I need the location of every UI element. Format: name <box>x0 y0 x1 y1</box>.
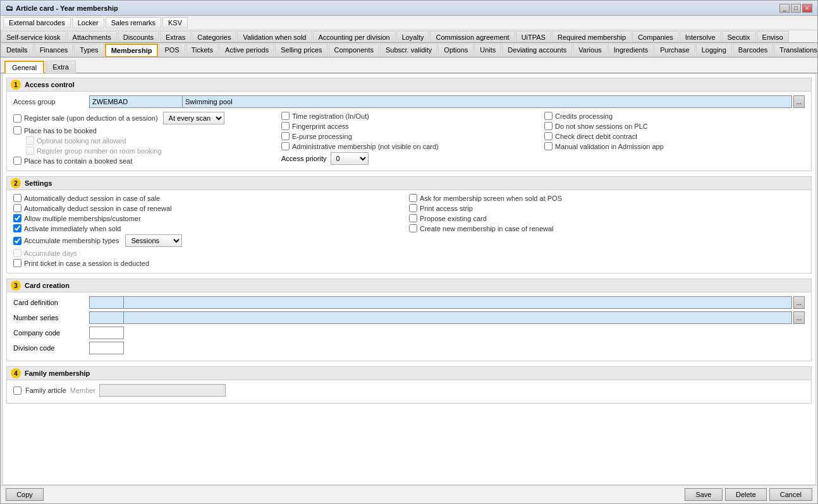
company-code-input[interactable] <box>89 327 124 339</box>
tab-commission-agreement[interactable]: Commission agreement <box>430 31 515 43</box>
auto-deduct-sale-checkbox[interactable] <box>13 194 21 202</box>
accumulate-types-checkbox[interactable] <box>13 237 21 245</box>
tab-options[interactable]: Options <box>438 44 473 57</box>
member-label: Member <box>70 387 95 394</box>
print-access-strip-checkbox[interactable] <box>409 204 417 212</box>
access-priority-dropdown[interactable]: 0 1 2 <box>331 152 369 165</box>
tab-subscr-validity[interactable]: Subscr. validity <box>380 44 437 57</box>
card-definition-name[interactable] <box>124 296 792 309</box>
cancel-button[interactable]: Cancel <box>769 488 812 501</box>
delete-button[interactable]: Delete <box>725 488 767 501</box>
admin-membership-checkbox[interactable] <box>281 142 290 150</box>
number-series-code[interactable] <box>89 311 124 324</box>
window-controls: _ □ ✕ <box>779 4 812 13</box>
tab-attachments[interactable]: Attachments <box>67 31 117 43</box>
ask-membership-screen-checkbox[interactable] <box>409 194 417 202</box>
register-group-row: Register group number on room booking <box>13 147 279 155</box>
manual-validation-checkbox[interactable] <box>544 142 552 150</box>
epurse-checkbox[interactable] <box>281 132 290 140</box>
register-group-checkbox[interactable] <box>26 147 34 155</box>
time-registration-checkbox[interactable] <box>281 112 290 120</box>
tab-translations[interactable]: Translations <box>774 44 817 57</box>
register-sale-checkbox[interactable] <box>13 114 21 123</box>
tab-finances[interactable]: Finances <box>34 44 74 57</box>
tab-tickets[interactable]: Tickets <box>186 44 219 57</box>
close-button[interactable]: ✕ <box>802 4 812 13</box>
family-article-checkbox[interactable] <box>13 387 21 395</box>
restore-button[interactable]: □ <box>791 4 801 13</box>
sales-remarks-button[interactable]: Sales remarks <box>106 17 161 28</box>
register-sale-dropdown[interactable]: At every scan At every sale Never <box>163 112 224 124</box>
sub-tab-row: General Extra <box>1 57 817 73</box>
optional-booking-label: Optional booking not allowed <box>37 137 126 145</box>
tab-loyalty[interactable]: Loyalty <box>396 31 430 43</box>
tab-deviating-accounts[interactable]: Deviating accounts <box>502 44 572 57</box>
sub-tab-extra[interactable]: Extra <box>46 61 76 73</box>
auto-deduct-renewal-checkbox[interactable] <box>13 204 21 212</box>
tab-accounting-per-division[interactable]: Accounting per division <box>313 31 396 43</box>
activate-immediately-checkbox[interactable] <box>13 224 21 232</box>
tab-active-periods[interactable]: Active periods <box>219 44 274 57</box>
fingerprint-checkbox[interactable] <box>281 122 290 130</box>
accumulate-days-checkbox[interactable] <box>13 249 21 257</box>
sub-tab-general[interactable]: General <box>4 61 44 73</box>
tab-enviso[interactable]: Enviso <box>757 31 789 43</box>
check-direct-debit-checkbox[interactable] <box>544 132 552 140</box>
division-code-input[interactable] <box>89 342 124 354</box>
allow-multiple-checkbox[interactable] <box>13 214 21 222</box>
tab-required-membership[interactable]: Required membership <box>552 31 632 43</box>
card-definition-browse-button[interactable]: ... <box>793 296 805 309</box>
save-button[interactable]: Save <box>685 488 723 501</box>
member-input[interactable] <box>99 384 226 397</box>
print-ticket-checkbox[interactable] <box>13 259 21 267</box>
tab-logging[interactable]: Logging <box>696 44 732 57</box>
ksv-button[interactable]: KSV <box>162 17 188 28</box>
tab-validation-when-sold[interactable]: Validation when sold <box>237 31 312 43</box>
external-barcodes-button[interactable]: External barcodes <box>3 17 71 28</box>
section4-body: Family article Member <box>7 380 811 403</box>
tab-pos[interactable]: POS <box>159 44 185 57</box>
tab-self-service-kiosk[interactable]: Self-service kiosk <box>1 31 66 43</box>
section-family-membership: 4 Family membership Family article Membe… <box>6 366 812 404</box>
locker-button[interactable]: Locker <box>72 17 104 28</box>
tab-purchase[interactable]: Purchase <box>654 44 695 57</box>
copy-button[interactable]: Copy <box>6 488 44 501</box>
access-group-name[interactable] <box>183 95 792 108</box>
section3-header: 3 Card creation <box>7 279 811 292</box>
tab-companies[interactable]: Companies <box>632 31 679 43</box>
tab-membership[interactable]: Membership <box>105 44 159 57</box>
card-definition-code[interactable] <box>89 296 124 309</box>
print-ticket-row: Print ticket in case a session is deduct… <box>13 259 409 267</box>
tab-components[interactable]: Components <box>329 44 379 57</box>
tab-types[interactable]: Types <box>74 44 104 57</box>
tab-details[interactable]: Details <box>1 44 34 57</box>
tab-categories[interactable]: Categories <box>192 31 236 43</box>
optional-booking-checkbox[interactable] <box>26 136 34 145</box>
minimize-button[interactable]: _ <box>779 4 790 13</box>
tab-uitpas[interactable]: UiTPAS <box>516 31 551 43</box>
do-not-show-sessions-checkbox[interactable] <box>544 122 552 130</box>
number-series-browse-button[interactable]: ... <box>793 311 805 324</box>
number-series-row: Number series ... <box>13 311 805 324</box>
create-new-membership-checkbox[interactable] <box>409 224 417 232</box>
tab-selling-prices[interactable]: Selling prices <box>275 44 327 57</box>
tab-units[interactable]: Units <box>474 44 501 57</box>
tab-extras[interactable]: Extras <box>160 31 191 43</box>
tab-row-2: Details Finances Types Membership POS Ti… <box>1 43 817 57</box>
access-group-browse-button[interactable]: ... <box>793 95 805 108</box>
access-priority-label: Access priority <box>281 155 327 162</box>
tab-intersolve[interactable]: Intersolve <box>680 31 721 43</box>
register-sale-label: Register sale (upon deduction of a sessi… <box>24 114 158 122</box>
tab-various[interactable]: Various <box>573 44 607 57</box>
place-booked-seat-checkbox[interactable] <box>13 157 21 165</box>
place-booked-checkbox[interactable] <box>13 126 21 135</box>
credits-processing-checkbox[interactable] <box>544 112 552 120</box>
tab-secutix[interactable]: Secutix <box>722 31 756 43</box>
number-series-name[interactable] <box>124 311 792 324</box>
access-group-code[interactable] <box>89 95 183 108</box>
tab-barcodes[interactable]: Barcodes <box>733 44 773 57</box>
tab-ingredients[interactable]: Ingredients <box>608 44 654 57</box>
propose-existing-card-checkbox[interactable] <box>409 214 417 222</box>
tab-discounts[interactable]: Discounts <box>118 31 159 43</box>
accumulate-types-dropdown[interactable]: Sessions Days None <box>125 234 182 247</box>
